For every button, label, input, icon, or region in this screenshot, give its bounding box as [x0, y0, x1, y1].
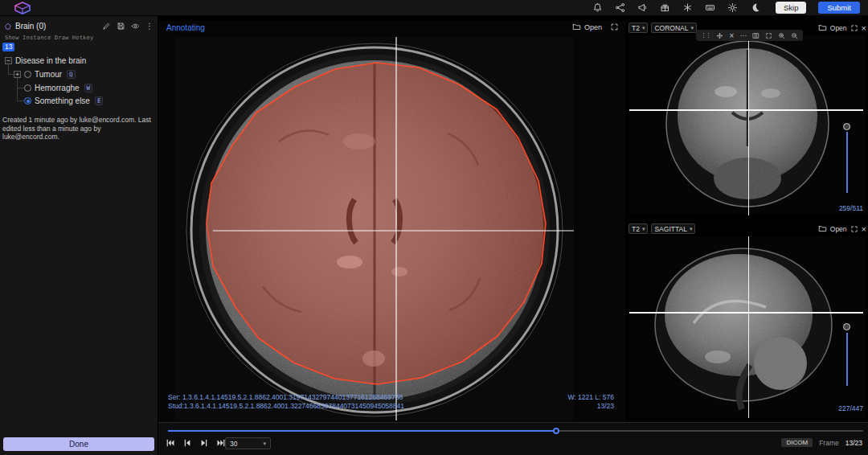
submit-button[interactable]: Submit — [818, 2, 860, 14]
zoom-out-icon[interactable] — [791, 32, 798, 39]
folder-open-icon — [818, 23, 827, 32]
folder-open-icon — [818, 224, 827, 233]
series-uid: Ser: 1.3.6.1.4.1.14519.5.2.1.8862.4001.3… — [168, 393, 404, 402]
plane-select[interactable]: SAGITTAL ▾ — [651, 223, 695, 234]
close-icon[interactable]: × — [862, 24, 866, 32]
modality-select[interactable]: T2 ▾ — [628, 23, 648, 33]
open-button[interactable]: Open — [818, 23, 847, 32]
radio-hemorraghe[interactable] — [24, 84, 31, 92]
save-icon[interactable] — [117, 22, 125, 31]
open-label: Open — [830, 225, 847, 233]
annotating-status-label: Annotating — [166, 23, 205, 32]
open-button[interactable]: Open — [818, 224, 847, 233]
fullscreen-icon[interactable] — [765, 32, 772, 39]
axial-viewport[interactable]: Annotating Open Ser: 1.3.6.1.4.1.14519.5… — [158, 16, 625, 422]
chevron-down-icon: ▾ — [690, 226, 693, 232]
step-back-icon[interactable] — [182, 438, 192, 448]
fullscreen-icon[interactable] — [610, 23, 619, 31]
fps-select[interactable]: 30 ▾ — [225, 437, 271, 449]
sagittal-viewport[interactable]: T2 ▾ SAGITTAL ▾ Open × — [627, 222, 868, 422]
tree-root-row[interactable]: − Disease in the brain — [0, 55, 156, 67]
gift-icon[interactable] — [660, 2, 670, 13]
dicom-identifiers: Ser: 1.3.6.1.4.1.14519.5.2.1.8862.4001.3… — [168, 393, 404, 411]
modality-value: T2 — [632, 24, 640, 32]
sagittal-header: T2 ▾ SAGITTAL ▾ Open × — [628, 223, 866, 235]
chevron-down-icon: ▾ — [263, 441, 266, 447]
plane-value: CORONAL — [654, 24, 688, 32]
app-root: Skip Submit Brain (0) ⋮ Show Instance Dr… — [0, 0, 868, 455]
chevron-down-icon: ▾ — [642, 25, 645, 31]
audit-meta-text: Created 1 minute ago by luke@encord.com.… — [2, 116, 155, 141]
frame-label: Frame — [819, 439, 839, 447]
fullscreen-icon[interactable] — [850, 24, 858, 32]
frame-timeline[interactable] — [168, 428, 863, 435]
skip-to-start-icon[interactable] — [166, 438, 175, 448]
keyboard-shortcuts-icon[interactable] — [705, 2, 715, 13]
close-icon[interactable]: × — [729, 32, 735, 39]
settings-gear-icon[interactable] — [727, 2, 738, 13]
option-label: Hemorraghe — [35, 84, 80, 92]
fps-value: 30 — [230, 440, 237, 448]
radio-tumour[interactable] — [24, 71, 31, 78]
slice-slider-track[interactable] — [846, 132, 848, 193]
tree-option-hemorraghe[interactable]: Hemorraghe W — [0, 82, 156, 94]
slice-slider-handle[interactable] — [843, 323, 850, 330]
plane-select[interactable]: CORONAL ▾ — [651, 23, 697, 33]
slice-reference-line-vertical — [748, 236, 749, 418]
slice-indicator: 259/511 — [839, 204, 863, 212]
window-level: W: 1221 L: 576 — [568, 393, 615, 402]
dark-mode-moon-icon[interactable] — [750, 2, 760, 13]
slice-reference-line-vertical — [748, 35, 749, 215]
open-label: Open — [830, 24, 847, 32]
frame-value: 13/23 — [845, 439, 862, 447]
expand-toggle-icon[interactable]: + — [14, 71, 21, 78]
hotkey-badge: E — [95, 96, 104, 105]
tree-option-tumour[interactable]: + Tumour Q — [0, 68, 156, 80]
chevron-down-icon: ▾ — [642, 226, 645, 232]
slice-reference-line-horizontal — [629, 109, 863, 111]
instance-title: Brain (0) — [15, 22, 46, 31]
share-icon[interactable] — [615, 2, 625, 13]
playback-controls — [166, 438, 226, 448]
slice-slider-track[interactable] — [846, 333, 848, 386]
more-options-icon[interactable]: ⋯ — [740, 32, 747, 39]
radio-something-else[interactable] — [24, 97, 31, 105]
eye-icon[interactable] — [131, 22, 140, 31]
collapse-toggle-icon[interactable]: − — [5, 57, 12, 64]
step-forward-icon[interactable] — [199, 438, 209, 448]
main-view-controls: Open — [572, 23, 619, 31]
zoom-in-icon[interactable] — [778, 32, 785, 39]
drag-handle-icon[interactable]: ⋮⋮ — [701, 32, 710, 39]
top-bar: Skip Submit — [0, 0, 868, 16]
frame-status: DICOM Frame 13/23 — [781, 438, 862, 447]
kebab-menu-icon[interactable]: ⋮ — [145, 22, 154, 31]
layout-columns-icon[interactable] — [752, 32, 760, 39]
close-icon[interactable]: × — [862, 225, 866, 233]
modality-select[interactable]: T2 ▾ — [628, 223, 648, 234]
frame-count-badge: 13 — [2, 43, 14, 51]
move-tool-icon[interactable] — [716, 32, 723, 39]
slice-slider-handle[interactable] — [843, 123, 850, 130]
top-bar-actions: Skip Submit — [592, 2, 860, 14]
skip-button[interactable]: Skip — [776, 2, 806, 14]
bell-icon[interactable] — [592, 2, 603, 13]
megaphone-icon[interactable] — [637, 2, 648, 13]
coronal-viewport[interactable]: T2 ▾ CORONAL ▾ Open × ⋮⋮ × ⋯ — [627, 21, 868, 219]
plane-value: SAGITTAL — [654, 225, 686, 233]
timeline-handle[interactable] — [553, 428, 559, 434]
edit-pen-icon[interactable] — [102, 22, 111, 31]
tree-option-something-else[interactable]: Something else E — [0, 95, 156, 107]
asterisk-icon[interactable] — [682, 2, 693, 13]
hotkey-badge: W — [84, 84, 93, 92]
annotation-sidebar: Brain (0) ⋮ Show Instance Draw Hotkey 13… — [0, 16, 158, 455]
viewport-toolbar: ⋮⋮ × ⋯ — [696, 30, 803, 41]
open-button[interactable]: Open — [572, 23, 602, 31]
open-label: Open — [584, 23, 602, 31]
polygon-object-icon — [4, 23, 12, 31]
fullscreen-icon[interactable] — [850, 225, 858, 233]
done-button[interactable]: Done — [3, 437, 154, 451]
instance-actions: ⋮ — [102, 22, 154, 31]
dicom-badge: DICOM — [781, 438, 813, 447]
coronal-mri-image — [629, 35, 866, 214]
modality-value: T2 — [632, 225, 640, 233]
